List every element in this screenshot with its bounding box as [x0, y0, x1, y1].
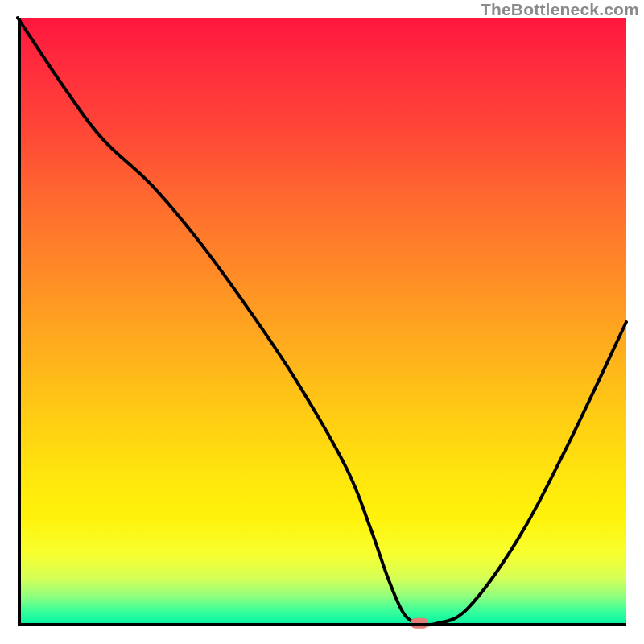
curve-svg [18, 18, 626, 626]
optimal-marker [411, 618, 428, 629]
watermark-text: TheBottleneck.com [481, 0, 639, 19]
chart-container: TheBottleneck.com [0, 0, 644, 644]
plot-area [18, 18, 626, 626]
bottleneck-curve [18, 18, 626, 625]
